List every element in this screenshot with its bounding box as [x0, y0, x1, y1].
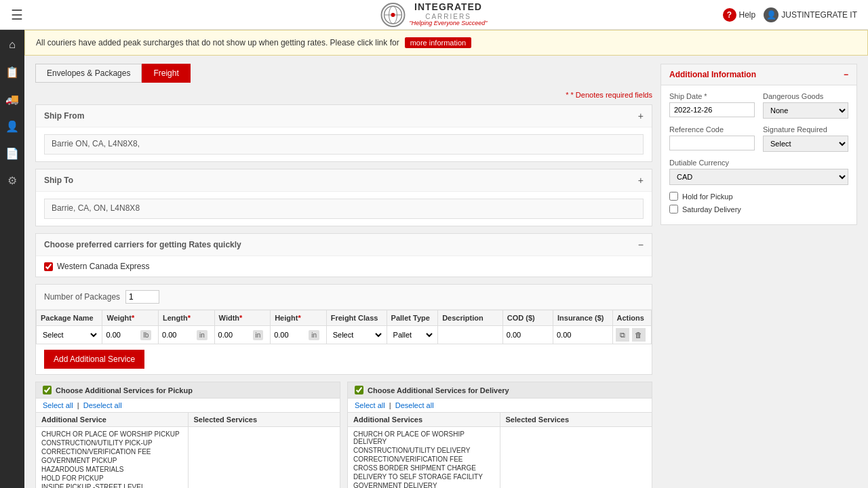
more-information-link[interactable]: more information — [405, 37, 472, 48]
dutiable-currency-select[interactable]: CAD — [669, 169, 848, 185]
width-unit: in — [253, 330, 264, 340]
ship-from-toggle-icon[interactable]: + — [638, 110, 644, 121]
description-input[interactable] — [441, 330, 495, 340]
row-reference-signature: Reference Code Signature Required Select — [669, 125, 848, 152]
width-input[interactable] — [218, 330, 252, 340]
hamburger-menu-icon[interactable]: ☰ — [11, 7, 23, 23]
pickup-deselect-all-link[interactable]: Deselect all — [83, 401, 122, 409]
list-item[interactable]: CHURCH OR PLACE OF WORSHIP PICKUP — [41, 430, 182, 439]
app-header: ☰ INTEGRATED CARRIERS "Helping Everyone … — [0, 0, 868, 30]
pallet-type-select[interactable]: Pallet — [390, 329, 435, 340]
delivery-services-checkbox[interactable] — [355, 386, 363, 394]
cell-weight: lb — [102, 326, 159, 344]
pickup-additional-list[interactable]: CHURCH OR PLACE OF WORSHIP PICKUP CONSTR… — [36, 427, 188, 488]
list-item[interactable]: CORRECTION/VERIFICATION FEE — [41, 447, 182, 456]
delete-row-icon[interactable]: 🗑 — [632, 328, 646, 342]
delivery-additional-list[interactable]: CHURCH OR PLACE OF WORSHIP DELIVERY CONS… — [348, 427, 500, 488]
list-item[interactable]: CORRECTION/VERIFICATION FEE — [353, 455, 494, 464]
cell-freight-class: Select — [326, 326, 387, 344]
carrier-western-checkbox[interactable] — [44, 262, 53, 271]
sidebar-reports-icon[interactable]: 📄 — [3, 144, 22, 163]
col-actions: Actions — [612, 310, 651, 326]
preferred-carriers-toggle-icon[interactable]: − — [638, 239, 644, 250]
signature-required-select[interactable]: Select — [763, 136, 848, 152]
add-additional-service-button[interactable]: Add Additional Service — [44, 350, 144, 369]
tab-envelopes-packages[interactable]: Envelopes & Packages — [35, 64, 142, 83]
pickup-select-links: Select all | Deselect all — [36, 399, 340, 412]
pickup-selected-box: Selected Services — [189, 412, 340, 488]
sidebar-settings-icon[interactable]: ⚙ — [3, 171, 22, 190]
sidebar-freight-icon[interactable]: 🚚 — [3, 89, 22, 108]
col-freight-class: Freight Class — [326, 310, 387, 326]
cell-height: in — [271, 326, 327, 344]
svg-point-3 — [391, 13, 395, 17]
pickup-selected-list[interactable] — [189, 427, 340, 488]
delivery-select-links: Select all | Deselect all — [348, 399, 652, 412]
reference-code-group: Reference Code — [669, 125, 755, 152]
list-item[interactable]: CONSTRUCTION/UTILITY DELIVERY — [353, 446, 494, 455]
list-item[interactable]: CHURCH OR PLACE OF WORSHIP DELIVERY — [353, 430, 494, 446]
sidebar-packages-icon[interactable]: 📋 — [3, 62, 22, 81]
packages-section: Number of Packages Package Name Weight* … — [35, 284, 652, 375]
num-packages-input[interactable] — [125, 290, 159, 304]
ship-date-label: Ship Date * — [669, 92, 755, 100]
ship-date-input[interactable] — [669, 102, 755, 117]
hold-for-pickup-checkbox[interactable] — [669, 192, 678, 201]
delivery-deselect-all-link[interactable]: Deselect all — [395, 401, 434, 409]
help-button[interactable]: ? Help — [723, 8, 756, 22]
length-unit: in — [197, 330, 208, 340]
copy-row-icon[interactable]: ⧉ — [616, 328, 629, 342]
length-input[interactable] — [161, 330, 195, 340]
delivery-services-col: Choose Additional Services for Delivery … — [347, 382, 652, 488]
delivery-select-all-link[interactable]: Select all — [355, 401, 385, 409]
dutiable-currency-label: Dutiable Currency — [669, 159, 848, 167]
pickup-services-header: Choose Additional Services for Pickup — [36, 382, 340, 399]
cell-package-name: Select — [37, 326, 102, 344]
additional-info-collapse-icon[interactable]: − — [844, 70, 848, 79]
list-item[interactable]: DELIVERY TO SELF STORAGE FACILITY — [353, 472, 494, 481]
hold-for-pickup-label: Hold for Pickup — [682, 192, 733, 201]
delivery-additional-box: Additional Services CHURCH OR PLACE OF W… — [348, 412, 500, 488]
list-item[interactable]: HOLD FOR PICKUP — [41, 474, 182, 483]
user-button[interactable]: 👤 JUSTINTEGRATE IT — [764, 7, 857, 22]
list-item[interactable]: GOVERNMENT DELIVERY — [353, 481, 494, 488]
reference-code-input[interactable] — [669, 136, 755, 150]
col-description: Description — [438, 310, 503, 326]
help-icon: ? — [723, 8, 736, 22]
list-item[interactable]: HAZARDOUS MATERIALS — [41, 465, 182, 474]
required-note: * * Denotes required fields — [35, 91, 652, 99]
saturday-delivery-checkbox[interactable] — [669, 205, 678, 214]
col-height: Height* — [271, 310, 327, 326]
insurance-input[interactable] — [556, 330, 597, 340]
ship-from-title: Ship From — [44, 111, 84, 121]
pickup-services-checkbox[interactable] — [43, 386, 52, 394]
saturday-delivery-label: Saturday Delivery — [682, 205, 741, 214]
ship-to-toggle-icon[interactable]: + — [638, 175, 644, 186]
height-input[interactable] — [273, 330, 307, 340]
weight-input[interactable] — [105, 330, 139, 340]
pickup-additional-label: Additional Service — [36, 413, 188, 427]
ship-to-header: Ship To + — [36, 169, 652, 192]
tab-group: Envelopes & Packages Freight — [35, 64, 652, 83]
saturday-delivery-row: Saturday Delivery — [669, 205, 848, 214]
col-cod: COD ($) — [502, 310, 553, 326]
list-item[interactable]: GOVERNMENT PICKUP — [41, 456, 182, 465]
list-item[interactable]: INSIDE PICKUP -STREET LEVEL — [41, 483, 182, 488]
list-item[interactable]: CROSS BORDER SHIPMENT CHARGE — [353, 464, 494, 472]
preferred-carriers-header: Choose preferred carriers for getting Ra… — [36, 234, 652, 256]
delivery-additional-label: Additional Services — [348, 413, 500, 427]
sidebar-home-icon[interactable]: ⌂ — [3, 35, 22, 54]
delivery-services-lists: Additional Services CHURCH OR PLACE OF W… — [348, 412, 652, 488]
dangerous-goods-select[interactable]: None — [763, 102, 848, 119]
delivery-selected-list[interactable] — [500, 427, 652, 488]
freight-class-select[interactable]: Select — [330, 329, 384, 340]
additional-info-body: Ship Date * Dangerous Goods None — [661, 85, 856, 224]
cod-input[interactable] — [506, 330, 547, 340]
num-packages-label: Number of Packages — [44, 292, 120, 302]
list-item[interactable]: CONSTRUCTION/UTILITY PICK-UP — [41, 439, 182, 447]
sidebar-users-icon[interactable]: 👤 — [3, 117, 22, 136]
package-name-select[interactable]: Select — [39, 329, 99, 340]
ship-from-address: Barrie ON, CA, L4N8X8, — [44, 134, 644, 155]
pickup-select-all-link[interactable]: Select all — [43, 401, 73, 409]
tab-freight[interactable]: Freight — [142, 64, 190, 83]
